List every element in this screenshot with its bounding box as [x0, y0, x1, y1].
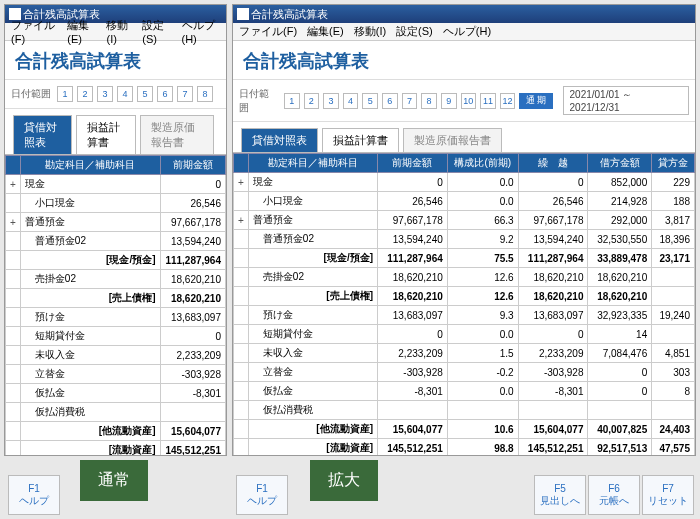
window-zoom: 合計残高試算表 ファイル(F) 編集(E) 移動(I) 設定(S) ヘルプ(H)… — [232, 4, 696, 456]
table-row[interactable]: 小口現金26,5460.026,546214,928188 — [234, 192, 695, 211]
fkey-row-right: F1ヘルプ — [236, 475, 290, 515]
table-row[interactable]: [売上債権]18,620,210 — [6, 289, 226, 308]
fkey-row-right2: F5見出しへ F6元帳へ F7リセット — [534, 475, 696, 515]
window-title: 合計残高試算表 — [251, 5, 328, 23]
table-row[interactable]: 短期貸付金00.0014 — [234, 325, 695, 344]
table-row[interactable]: 仮払消費税 — [6, 403, 226, 422]
month-12[interactable]: 12 — [500, 93, 516, 109]
table-row[interactable]: [現金/預金]111,287,964 — [6, 251, 226, 270]
f1-button[interactable]: F1ヘルプ — [8, 475, 60, 515]
month-6[interactable]: 6 — [382, 93, 398, 109]
window-normal: 合計残高試算表 ファイル(F) 編集(E) 移動(I) 設定(S) ヘルプ(H)… — [4, 4, 227, 456]
table-row[interactable]: 普通預金0213,594,240 — [6, 232, 226, 251]
tab-row: 貸借対照表 損益計算書 製造原価報告書 — [5, 109, 226, 155]
menu-settings[interactable]: 設定(S) — [396, 24, 433, 39]
month-1[interactable]: 1 — [57, 86, 73, 102]
date-range-display: 2021/01/01 ～ 2021/12/31 — [563, 86, 690, 115]
table-row[interactable]: 未収入金2,233,2091.52,233,2097,084,4764,851 — [234, 344, 695, 363]
tab-row: 貸借対照表 損益計算書 製造原価報告書 — [233, 122, 695, 153]
month-5[interactable]: 5 — [362, 93, 378, 109]
menu-file[interactable]: ファイル(F) — [11, 18, 57, 45]
table-row[interactable]: 小口現金26,546 — [6, 194, 226, 213]
table-row[interactable]: [流動資産]145,512,251 — [6, 441, 226, 457]
table-row[interactable]: 仮払金-8,301 — [6, 384, 226, 403]
mode-label-normal: 通常 — [80, 460, 148, 501]
month-3[interactable]: 3 — [97, 86, 113, 102]
month-3[interactable]: 3 — [323, 93, 339, 109]
month-10[interactable]: 10 — [461, 93, 477, 109]
fkey-row-left: F1ヘルプ — [8, 475, 62, 515]
month-6[interactable]: 6 — [157, 86, 173, 102]
date-label: 日付範囲 — [239, 87, 278, 115]
titlebar: 合計残高試算表 — [233, 5, 695, 23]
table-row[interactable]: 売掛金0218,620,210 — [6, 270, 226, 289]
menu-move[interactable]: 移動(I) — [354, 24, 386, 39]
month-1[interactable]: 1 — [284, 93, 300, 109]
table-row[interactable]: 預け金13,683,097 — [6, 308, 226, 327]
tab-bs[interactable]: 貸借対照表 — [13, 115, 72, 154]
month-8[interactable]: 8 — [421, 93, 437, 109]
tab-bs[interactable]: 貸借対照表 — [241, 128, 318, 152]
page-title: 合計残高試算表 — [233, 41, 695, 80]
table-row[interactable]: +現金00.00852,000229 — [234, 173, 695, 192]
table-row[interactable]: [他流動資産]15,604,077 — [6, 422, 226, 441]
menu-help[interactable]: ヘルプ(H) — [182, 18, 220, 45]
trial-balance-grid: 勘定科目／補助科目前期金額+現金0小口現金26,546+普通預金97,667,1… — [5, 155, 226, 456]
table-row[interactable]: 預け金13,683,0979.313,683,09732,923,33519,2… — [234, 306, 695, 325]
table-row[interactable]: 立替金-303,928 — [6, 365, 226, 384]
table-row[interactable]: [売上債権]18,620,21012.618,620,21018,620,210 — [234, 287, 695, 306]
table-row[interactable]: 短期貸付金0 — [6, 327, 226, 346]
table-row[interactable]: 普通預金0213,594,2409.213,594,24032,530,5501… — [234, 230, 695, 249]
table-row[interactable]: 売掛金0218,620,21012.618,620,21018,620,210 — [234, 268, 695, 287]
tab-mfg[interactable]: 製造原価報告書 — [140, 115, 214, 154]
menu-edit[interactable]: 編集(E) — [67, 18, 96, 45]
table-row[interactable]: 未収入金2,233,209 — [6, 346, 226, 365]
table-row[interactable]: [流動資産]145,512,25198.8145,512,25192,517,5… — [234, 439, 695, 457]
month-5[interactable]: 5 — [137, 86, 153, 102]
tab-mfg[interactable]: 製造原価報告書 — [403, 128, 502, 152]
month-7[interactable]: 7 — [402, 93, 418, 109]
table-row[interactable]: 立替金-303,928-0.2-303,9280303 — [234, 363, 695, 382]
page-title: 合計残高試算表 — [5, 41, 226, 80]
month-2[interactable]: 2 — [304, 93, 320, 109]
tab-pl[interactable]: 損益計算書 — [76, 115, 135, 154]
menu-move[interactable]: 移動(I) — [106, 18, 132, 45]
menu-settings[interactable]: 設定(S) — [142, 18, 171, 45]
grid-scroll[interactable]: 勘定科目／補助科目前期金額+現金0小口現金26,546+普通預金97,667,1… — [5, 155, 226, 456]
month-7[interactable]: 7 — [177, 86, 193, 102]
menubar: ファイル(F) 編集(E) 移動(I) 設定(S) ヘルプ(H) — [5, 23, 226, 41]
tab-pl[interactable]: 損益計算書 — [322, 128, 399, 152]
menubar: ファイル(F) 編集(E) 移動(I) 設定(S) ヘルプ(H) — [233, 23, 695, 41]
grid-scroll[interactable]: 勘定科目／補助科目前期金額構成比(前期)繰 越借方金額貸方金+現金00.0085… — [233, 153, 695, 456]
app-icon — [237, 8, 249, 20]
date-range-row: 日付範囲 1 2 3 4 5 6 7 8 — [5, 80, 226, 109]
month-11[interactable]: 11 — [480, 93, 496, 109]
table-row[interactable]: +現金0 — [6, 175, 226, 194]
table-row[interactable]: [現金/預金]111,287,96475.5111,287,96433,889,… — [234, 249, 695, 268]
trial-balance-grid: 勘定科目／補助科目前期金額構成比(前期)繰 越借方金額貸方金+現金00.0085… — [233, 153, 695, 456]
table-row[interactable]: [他流動資産]15,604,07710.615,604,07740,007,82… — [234, 420, 695, 439]
month-2[interactable]: 2 — [77, 86, 93, 102]
mode-label-zoom: 拡大 — [310, 460, 378, 501]
f7-button[interactable]: F7リセット — [642, 475, 694, 515]
date-label: 日付範囲 — [11, 87, 51, 101]
menu-file[interactable]: ファイル(F) — [239, 24, 297, 39]
table-row[interactable]: 仮払消費税 — [234, 401, 695, 420]
month-4[interactable]: 4 — [117, 86, 133, 102]
period-button[interactable]: 通 期 — [519, 93, 552, 109]
f1-button[interactable]: F1ヘルプ — [236, 475, 288, 515]
table-row[interactable]: +普通預金97,667,17866.397,667,178292,0003,81… — [234, 211, 695, 230]
month-4[interactable]: 4 — [343, 93, 359, 109]
table-row[interactable]: 仮払金-8,3010.0-8,30108 — [234, 382, 695, 401]
f5-button[interactable]: F5見出しへ — [534, 475, 586, 515]
month-9[interactable]: 9 — [441, 93, 457, 109]
table-row[interactable]: +普通預金97,667,178 — [6, 213, 226, 232]
menu-edit[interactable]: 編集(E) — [307, 24, 344, 39]
f6-button[interactable]: F6元帳へ — [588, 475, 640, 515]
date-range-row: 日付範囲 1 2 3 4 5 6 7 8 9 10 11 12 通 期 2021… — [233, 80, 695, 122]
menu-help[interactable]: ヘルプ(H) — [443, 24, 491, 39]
month-8[interactable]: 8 — [197, 86, 213, 102]
